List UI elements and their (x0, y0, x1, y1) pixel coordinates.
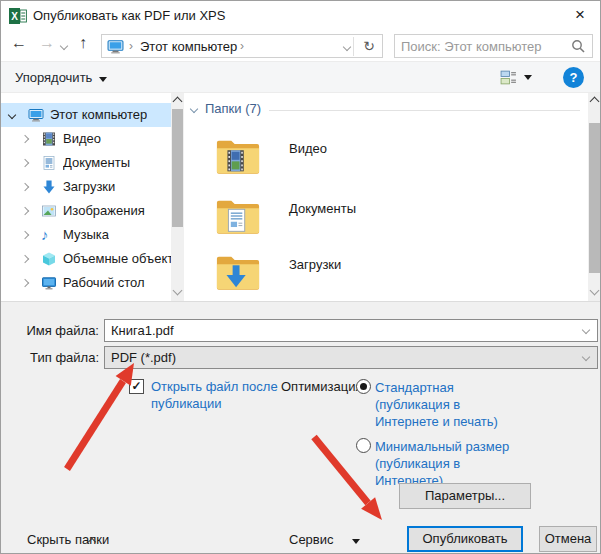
open-after-publish-checkbox[interactable]: ✓ (129, 379, 144, 394)
tree-item-label: Документы (63, 151, 130, 175)
file-name-input[interactable] (111, 321, 561, 340)
chevron-down-icon[interactable] (8, 111, 16, 119)
excel-icon: X (9, 7, 27, 25)
documents-icon (41, 155, 57, 171)
hide-folders-button[interactable]: Скрыть папки (11, 532, 109, 547)
publish-as-pdf-dialog: X Опубликовать как PDF или XPS × ← → ↑ ›… (0, 0, 601, 554)
tree-item-pictures[interactable]: Изображения (1, 199, 171, 223)
checkmark-icon: ✓ (131, 379, 141, 393)
scroll-down-icon[interactable] (173, 286, 183, 296)
forward-icon: → (39, 34, 55, 52)
hide-folders-label: Скрыть папки (27, 532, 109, 547)
folder-label: Документы (289, 201, 356, 216)
cancel-button[interactable]: Отмена (539, 526, 597, 552)
group-title[interactable]: Папки (7) (205, 101, 261, 116)
optimization-standard-label[interactable]: Стандартная (публикация в Интернете и пе… (375, 379, 517, 430)
search-input[interactable] (401, 36, 566, 56)
divider (269, 110, 580, 111)
file-name-label: Имя файла: (1, 323, 99, 338)
folder-tile-documents[interactable]: Документы (211, 195, 541, 243)
tree-item-this-pc[interactable]: Этот компьютер (1, 103, 171, 127)
chevron-right-icon[interactable] (21, 159, 29, 167)
tools-dropdown-button[interactable]: Сервис (289, 532, 360, 547)
tree-item-3d-objects[interactable]: Объемные объекты (1, 247, 171, 271)
save-options-panel: Имя файла: Тип файла: PDF (*.pdf) ✓ Откр… (1, 301, 600, 554)
change-view-button[interactable] (500, 69, 540, 87)
svg-text:X: X (11, 11, 18, 22)
scrollbar-thumb[interactable] (589, 123, 600, 273)
3d-objects-icon (41, 251, 57, 267)
tree-item-downloads[interactable]: Загрузки (1, 175, 171, 199)
chevron-right-icon[interactable] (21, 207, 29, 215)
scroll-up-icon[interactable] (590, 97, 600, 107)
folder-tile-videos[interactable]: Видео (211, 135, 541, 183)
group-header: Папки (7) (187, 101, 588, 119)
close-icon[interactable]: × (560, 1, 600, 31)
optimization-minimum-label[interactable]: Минимальный размер (публикация в Интерне… (375, 438, 517, 489)
dialog-title: Опубликовать как PDF или XPS (33, 8, 225, 23)
tree-item-label: Объемные объекты (63, 247, 171, 271)
folder-label: Загрузки (289, 257, 341, 272)
chevron-right-icon[interactable] (21, 231, 29, 239)
file-type-label: Тип файла: (1, 350, 99, 365)
music-icon: ♪ (41, 227, 57, 243)
folder-list-pane: Папки (7) Видео (187, 93, 588, 301)
this-pc-icon (107, 38, 124, 55)
file-type-select[interactable]: PDF (*.pdf) (104, 346, 598, 369)
tree-item-videos[interactable]: Видео (1, 127, 171, 151)
chevron-down-icon[interactable] (582, 353, 590, 361)
tree-item-label: Изображения (63, 199, 145, 223)
breadcrumb-separator[interactable]: › (240, 39, 244, 53)
chevron-right-icon[interactable] (21, 255, 29, 263)
tree-item-desktop[interactable]: Рабочий стол (1, 271, 171, 295)
chevron-down-icon[interactable] (190, 105, 198, 113)
scrollbar-thumb[interactable] (172, 109, 183, 227)
main-scrollbar[interactable] (588, 93, 601, 301)
options-button[interactable]: Параметры... (399, 483, 531, 509)
dropdown-triangle-icon (352, 539, 360, 544)
divider (353, 37, 354, 56)
address-bar[interactable]: › Этот компьютер › ↻ (101, 34, 383, 58)
tree-item-label: Этот компьютер (50, 103, 147, 127)
chevron-right-icon[interactable] (21, 279, 29, 287)
scroll-up-icon[interactable] (173, 97, 183, 107)
videos-icon (41, 131, 57, 147)
dropdown-triangle-icon (524, 75, 532, 80)
optimization-minimum-radio[interactable] (356, 438, 371, 453)
folder-tile-downloads[interactable]: Загрузки (211, 251, 541, 299)
organize-button[interactable]: Упорядочить (15, 70, 107, 85)
open-after-publish-label[interactable]: Открыть файл после публикации (151, 378, 279, 412)
title-bar: X Опубликовать как PDF или XPS × (1, 1, 600, 31)
downloads-icon (41, 179, 57, 195)
search-box (394, 34, 593, 58)
tree-item-label: Видео (63, 127, 101, 151)
address-dropdown-chevron-icon[interactable] (343, 43, 351, 51)
navigation-bar: ← → ↑ › Этот компьютер › ↻ (1, 31, 600, 61)
publish-button[interactable]: Опубликовать (407, 526, 523, 552)
tree-item-label: Рабочий стол (63, 271, 145, 295)
chevron-right-icon[interactable] (21, 183, 29, 191)
sidebar-scrollbar[interactable] (171, 93, 184, 301)
scroll-down-icon[interactable] (590, 286, 600, 296)
tree-item-music[interactable]: ♪ Музыка (1, 223, 171, 247)
optimization-standard-radio[interactable] (356, 379, 371, 394)
search-icon[interactable] (571, 39, 586, 54)
breadcrumb-separator: › (129, 39, 133, 53)
chevron-down-icon[interactable] (582, 326, 590, 334)
file-type-value: PDF (*.pdf) (111, 350, 176, 365)
optimization-label: Оптимизация: (281, 379, 366, 394)
recent-locations-chevron-icon[interactable] (60, 42, 68, 50)
chevron-right-icon[interactable] (21, 135, 29, 143)
help-button[interactable]: ? (563, 67, 584, 88)
refresh-icon[interactable]: ↻ (363, 38, 375, 54)
view-options-icon (500, 69, 517, 86)
back-icon[interactable]: ← (11, 34, 27, 52)
command-toolbar: Упорядочить ? (1, 61, 600, 93)
up-icon[interactable]: ↑ (79, 34, 87, 52)
pictures-icon (41, 203, 57, 219)
breadcrumb[interactable]: Этот компьютер (140, 39, 237, 54)
videos-folder-icon (215, 135, 261, 177)
tree-item-documents[interactable]: Документы (1, 151, 171, 175)
file-name-combobox[interactable] (104, 319, 598, 342)
tools-label: Сервис (289, 532, 334, 547)
